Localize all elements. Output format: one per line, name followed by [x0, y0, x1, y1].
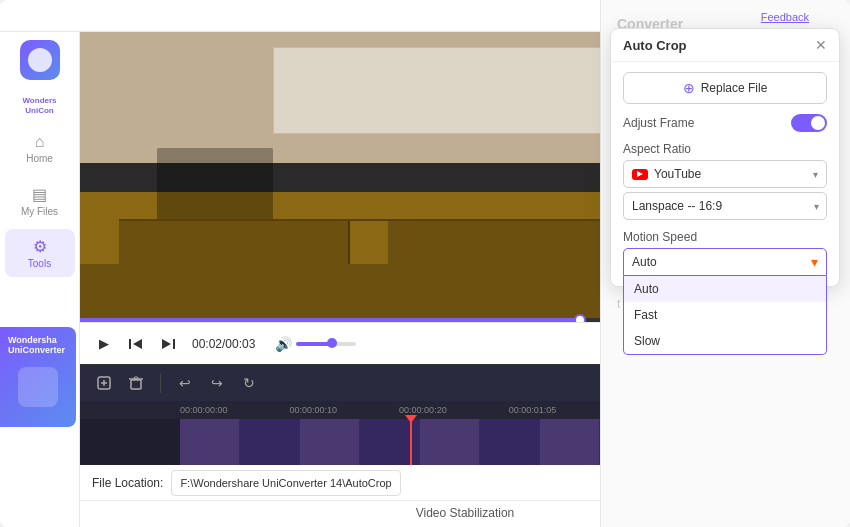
logo-icon	[28, 48, 52, 72]
thumb-5	[420, 419, 480, 465]
chair-left	[119, 221, 350, 265]
promo-icon	[18, 367, 58, 407]
thumb-7	[540, 419, 600, 465]
tools-icon: ⚙	[33, 237, 47, 256]
landscape-select-wrapper: Lanspace -- 16:9	[623, 192, 827, 220]
sidebar-files-label: My Files	[21, 206, 58, 217]
toggle-thumb	[811, 116, 825, 130]
dropdown-option-fast[interactable]: Fast	[624, 302, 826, 328]
sidebar-item-home[interactable]: ⌂ Home	[5, 125, 75, 173]
adjust-frame-row: Adjust Frame	[623, 114, 827, 132]
svg-rect-9	[173, 339, 175, 349]
sidebar: Wonders UniCon ⌂ Home ▤ My Files ⚙ Tools	[0, 32, 80, 527]
prev-button[interactable]	[124, 332, 148, 356]
files-icon: ▤	[32, 185, 47, 204]
time-display: 00:02/00:03	[192, 337, 255, 351]
video-progress-fill	[80, 318, 581, 322]
volume-slider[interactable]	[296, 342, 356, 346]
file-location-select[interactable]: F:\Wondershare UniConverter 14\AutoCrop	[171, 470, 401, 496]
youtube-select-arrow: ▾	[813, 169, 818, 180]
dropdown-arrow-icon: ▾	[811, 254, 818, 270]
adjust-frame-label: Adjust Frame	[623, 116, 694, 130]
sidebar-home-label: Home	[26, 153, 53, 164]
motion-speed-dropdown: Auto Fast Slow	[623, 276, 827, 355]
aspect-ratio-label: Aspect Ratio	[623, 142, 827, 156]
toolbar-divider	[160, 373, 161, 393]
ruler-mark-1: 00:00:00:10	[290, 405, 338, 415]
landscape-select[interactable]: Lanspace -- 16:9	[623, 192, 827, 220]
app-logo	[20, 40, 60, 80]
motion-speed-label: Motion Speed	[623, 230, 827, 244]
volume-area: 🔊	[275, 336, 356, 352]
dropdown-option-slow[interactable]: Slow	[624, 328, 826, 354]
chair-right	[388, 221, 619, 265]
playhead[interactable]	[410, 419, 412, 465]
thumb-2	[240, 419, 300, 465]
redo-button[interactable]: ↪	[205, 371, 229, 395]
app-name: Wonders UniCon	[22, 96, 56, 117]
scene-projector	[273, 47, 620, 134]
autocrop-modal: Feedback Auto Crop ✕ ⊕ Replace File Adju…	[610, 28, 840, 287]
file-location-label: File Location:	[92, 476, 163, 490]
modal-close-button[interactable]: ✕	[815, 37, 827, 53]
promo-banner: WondershaUniConverter	[0, 327, 76, 427]
adjust-frame-toggle[interactable]	[791, 114, 827, 132]
ruler-mark-0: 00:00:00:00	[180, 405, 228, 415]
delete-clip-button[interactable]	[124, 371, 148, 395]
ruler-mark-2: 00:00:00:20	[399, 405, 447, 415]
svg-rect-16	[131, 380, 141, 389]
home-icon: ⌂	[35, 133, 45, 151]
modal-body: ⊕ Replace File Adjust Frame Aspect Ratio…	[611, 62, 839, 286]
add-clip-button[interactable]	[92, 371, 116, 395]
motion-speed-group: Motion Speed Auto ▾ Auto Fast Slow	[623, 230, 827, 276]
svg-marker-10	[162, 339, 171, 349]
feedback-link[interactable]: Feedback	[761, 11, 809, 23]
youtube-icon	[632, 169, 648, 180]
dropdown-option-auto[interactable]: Auto	[624, 276, 826, 302]
next-button[interactable]	[156, 332, 180, 356]
volume-icon[interactable]: 🔊	[275, 336, 292, 352]
modal-title: Auto Crop	[623, 38, 687, 53]
sidebar-tools-label: Tools	[28, 258, 51, 269]
replace-file-button[interactable]: ⊕ Replace File	[623, 72, 827, 104]
youtube-select[interactable]: YouTube ▾	[623, 160, 827, 188]
svg-rect-18	[134, 377, 138, 379]
replace-icon: ⊕	[683, 80, 695, 96]
aspect-ratio-group: Aspect Ratio YouTube ▾ Lanspace -- 16:9	[623, 142, 827, 220]
ruler-mark-3: 00:00:01:05	[509, 405, 557, 415]
promo-text: WondershaUniConverter	[0, 327, 76, 363]
youtube-label: YouTube	[654, 167, 813, 181]
sidebar-item-my-files[interactable]: ▤ My Files	[5, 177, 75, 225]
svg-marker-8	[133, 339, 142, 349]
thumb-3	[300, 419, 360, 465]
refresh-button[interactable]: ↻	[237, 371, 261, 395]
sidebar-item-tools[interactable]: ⚙ Tools	[5, 229, 75, 277]
modal-header: Auto Crop ✕	[611, 29, 839, 62]
app-window: – □ ✕ Wonders UniCon ⌂ Home	[0, 0, 850, 527]
thumb-1	[180, 419, 240, 465]
play-button[interactable]: ▶	[92, 332, 116, 356]
motion-speed-dropdown-trigger[interactable]: Auto ▾	[623, 248, 827, 276]
volume-thumb	[327, 338, 337, 348]
svg-rect-7	[129, 339, 131, 349]
thumb-6	[480, 419, 540, 465]
undo-button[interactable]: ↩	[173, 371, 197, 395]
replace-file-label: Replace File	[701, 81, 768, 95]
motion-speed-value: Auto	[632, 255, 657, 269]
